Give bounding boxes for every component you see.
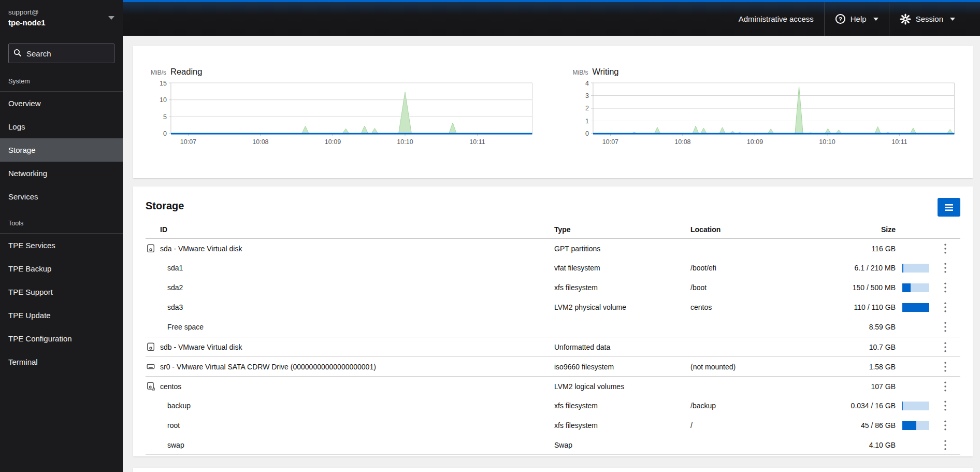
row-menu-button[interactable] <box>940 339 951 355</box>
row-menu-button[interactable] <box>940 280 951 295</box>
username: support@ <box>8 7 46 18</box>
reading-chart-title: Reading <box>170 67 202 77</box>
administrative-access-button[interactable]: Administrative access <box>728 2 824 36</box>
disk-io-charts-panel: MiB/s Reading 05101510:0710:0810:0910:10… <box>133 46 973 178</box>
sidebar-item-terminal[interactable]: Terminal <box>0 350 123 374</box>
chevron-down-icon <box>873 18 878 21</box>
row-menu-button[interactable] <box>940 241 951 256</box>
storage-table-body: sda - VMware Virtual diskGPT partitions1… <box>146 238 960 455</box>
writing-chart-title: Writing <box>593 67 619 77</box>
storage-row-sr0[interactable]: sr0 - VMware Virtual SATA CDRW Drive (00… <box>146 356 960 376</box>
row-type: LVM2 logical volumes <box>554 382 690 391</box>
hamburger-icon <box>944 204 954 211</box>
svg-text:0: 0 <box>163 130 167 137</box>
reading-chart-unit: MiB/s <box>151 69 166 76</box>
row-type: LVM2 physical volume <box>554 303 690 311</box>
help-menu-button[interactable]: ? Help <box>825 2 889 36</box>
storage-row-sda3[interactable]: sda3LVM2 physical volumecentos110 / 110 … <box>146 297 960 317</box>
sidebar-item-tpe-services[interactable]: TPE Services <box>0 234 123 257</box>
svg-text:15: 15 <box>160 80 167 87</box>
svg-text:10: 10 <box>160 96 167 104</box>
reading-chart: MiB/s Reading 05101510:0710:0810:0910:10… <box>146 67 539 178</box>
row-menu-button[interactable] <box>940 379 951 394</box>
sidebar-item-tpe-backup[interactable]: TPE Backup <box>0 257 123 280</box>
usage-bar <box>902 303 929 312</box>
usage-bar <box>902 283 929 292</box>
column-header-size: Size <box>828 225 896 234</box>
storage-row-sdb[interactable]: sdb - VMware Virtual diskUnformatted dat… <box>146 337 960 356</box>
hostname: tpe-node1 <box>8 17 46 28</box>
row-id-label: backup <box>167 402 191 410</box>
row-menu-button[interactable] <box>940 299 951 315</box>
svg-text:10:10: 10:10 <box>819 138 835 146</box>
row-menu-button[interactable] <box>940 398 951 413</box>
row-type: GPT partitions <box>554 245 690 253</box>
reading-chart-plot: 05101510:0710:0810:0910:1010:11 <box>146 80 539 146</box>
storage-row-swap[interactable]: swapSwap4.10 GB <box>146 435 960 455</box>
session-menu-button[interactable]: Session <box>889 2 965 36</box>
row-id-label: sdb - VMware Virtual disk <box>160 343 242 351</box>
storage-row-free-space[interactable]: Free space8.59 GB <box>146 317 960 337</box>
storage-row-sda2[interactable]: sda2xfs filesystem/boot150 / 500 MB <box>146 278 960 297</box>
svg-text:10:11: 10:11 <box>891 138 907 146</box>
writing-chart-unit: MiB/s <box>573 69 588 76</box>
storage-menu-button[interactable] <box>938 198 960 217</box>
chevron-down-icon <box>108 16 114 20</box>
sidebar-item-networking[interactable]: Networking <box>0 162 123 185</box>
svg-text:10:09: 10:09 <box>325 138 341 146</box>
svg-text:10:07: 10:07 <box>602 138 618 146</box>
svg-text:0: 0 <box>585 130 589 137</box>
sidebar-item-tpe-support[interactable]: TPE Support <box>0 280 123 304</box>
svg-text:10:08: 10:08 <box>252 138 268 146</box>
session-label: Session <box>916 15 943 23</box>
svg-text:10:08: 10:08 <box>674 138 690 146</box>
storage-row-backup[interactable]: backupxfs filesystem/backup0.034 / 16 GB <box>146 396 960 416</box>
search-input[interactable] <box>8 44 114 63</box>
row-location: / <box>690 421 828 430</box>
row-location: centos <box>690 303 828 311</box>
column-header-type: Type <box>554 225 690 234</box>
disk-icon <box>147 244 155 253</box>
storage-panel-title: Storage <box>146 198 184 212</box>
help-label: Help <box>851 15 867 23</box>
row-id-label: Free space <box>167 323 204 331</box>
row-type: Swap <box>554 441 690 449</box>
row-size: 10.7 GB <box>828 343 896 351</box>
sidebar-item-logs[interactable]: Logs <box>0 115 123 138</box>
svg-text:?: ? <box>839 16 842 22</box>
row-size: 6.1 / 210 MB <box>828 264 896 272</box>
row-size: 0.034 / 16 GB <box>828 402 896 410</box>
writing-chart: MiB/s Writing 0123410:0710:0810:0910:101… <box>568 67 961 178</box>
row-id-label: sda - VMware Virtual disk <box>160 245 242 253</box>
host-switcher-text: support@ tpe-node1 <box>8 7 46 28</box>
svg-text:10:07: 10:07 <box>180 138 196 146</box>
row-menu-button[interactable] <box>940 319 951 335</box>
host-switcher[interactable]: support@ tpe-node1 <box>0 0 123 36</box>
storage-table-header: ID Type Location Size <box>146 225 960 238</box>
volume-group-icon <box>147 382 155 391</box>
row-type: iso9660 filesystem <box>554 363 690 371</box>
storage-row-sda1[interactable]: sda1vfat filesystem/boot/efi6.1 / 210 MB <box>146 258 960 278</box>
row-size: 8.59 GB <box>828 323 896 331</box>
row-size: 107 GB <box>828 382 896 391</box>
storage-row-root[interactable]: rootxfs filesystem/45 / 86 GB <box>146 416 960 435</box>
row-location: /boot <box>690 283 828 292</box>
row-menu-button[interactable] <box>940 260 951 276</box>
sidebar-item-storage[interactable]: Storage <box>0 138 123 162</box>
main-content: MiB/s Reading 05101510:0710:0810:0910:10… <box>123 36 980 472</box>
usage-bar <box>902 421 929 430</box>
help-icon: ? <box>835 13 846 24</box>
usage-bar <box>902 264 929 273</box>
row-menu-button[interactable] <box>940 359 951 375</box>
row-id-label: root <box>167 421 180 430</box>
row-menu-button[interactable] <box>940 418 951 433</box>
sidebar-item-services[interactable]: Services <box>0 185 123 208</box>
storage-row-centos[interactable]: centosLVM2 logical volumes107 GB <box>146 376 960 396</box>
sidebar-item-tpe-configuration[interactable]: TPE Configuration <box>0 327 123 350</box>
row-menu-button[interactable] <box>940 437 951 453</box>
sidebar-item-tpe-update[interactable]: TPE Update <box>0 304 123 327</box>
row-location: /backup <box>690 402 828 410</box>
sidebar-item-overview[interactable]: Overview <box>0 92 123 115</box>
sidebar: support@ tpe-node1 SystemOverviewLogsSto… <box>0 0 123 472</box>
storage-row-sda[interactable]: sda - VMware Virtual diskGPT partitions1… <box>146 238 960 258</box>
